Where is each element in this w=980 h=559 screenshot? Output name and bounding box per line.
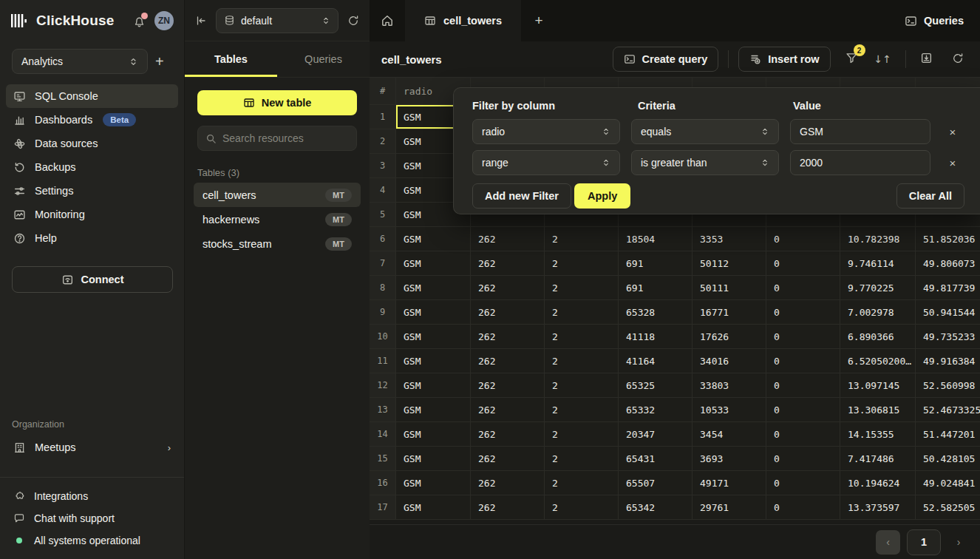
sidebar-item-help[interactable]: Help (6, 226, 178, 250)
filter-criteria-select[interactable]: is greater than (631, 150, 779, 175)
new-table-button[interactable]: New table (197, 90, 357, 115)
table-cell[interactable]: 691 (619, 276, 693, 300)
row-number[interactable]: 3 (370, 154, 396, 178)
table-cell[interactable]: 0 (766, 325, 840, 349)
tab-tables[interactable]: Tables (185, 41, 277, 77)
integrations-link[interactable]: Integrations (0, 485, 184, 507)
table-cell[interactable]: 0 (766, 276, 840, 300)
table-cell[interactable]: 49171 (693, 471, 766, 495)
row-number[interactable]: 5 (370, 203, 396, 227)
table-cell[interactable]: 52.4673325 (916, 398, 980, 422)
home-icon[interactable] (370, 14, 405, 27)
database-select[interactable]: default (216, 8, 338, 33)
table-cell[interactable]: GSM (396, 447, 471, 471)
table-cell[interactable]: 3454 (693, 422, 766, 447)
table-cell[interactable]: 17626 (693, 325, 766, 349)
table-cell[interactable]: GSM (396, 495, 471, 520)
table-cell[interactable]: 2 (545, 422, 619, 447)
table-cell[interactable]: 49.024841 (916, 471, 980, 495)
refresh-tables-icon[interactable] (347, 15, 359, 27)
table-cell[interactable]: 41164 (619, 349, 693, 373)
clear-all-filters-button[interactable]: Clear All (896, 183, 964, 209)
row-number[interactable]: 4 (370, 178, 396, 203)
table-cell[interactable]: 65507 (619, 471, 693, 495)
sidebar-item-monitoring[interactable]: Monitoring (6, 203, 178, 226)
add-workspace-button[interactable]: + (155, 54, 164, 69)
main-tab-cell-towers[interactable]: cell_towers (405, 0, 521, 41)
table-cell[interactable]: 262 (471, 447, 545, 471)
table-cell[interactable]: 33803 (693, 373, 766, 398)
table-cell[interactable]: 0 (766, 422, 840, 447)
remove-filter-button[interactable]: × (944, 154, 962, 172)
table-cell[interactable]: 262 (471, 325, 545, 349)
table-cell[interactable]: 262 (471, 227, 545, 251)
filter-column-select[interactable]: range (472, 150, 620, 175)
table-cell[interactable]: 2 (545, 398, 619, 422)
table-cell[interactable]: 65332 (619, 398, 693, 422)
collapse-panel-icon[interactable] (195, 15, 207, 27)
filter-button[interactable]: 2 (841, 47, 862, 71)
filter-criteria-select[interactable]: equals (631, 119, 779, 144)
table-cell[interactable]: GSM (396, 398, 471, 422)
table-cell[interactable]: 0 (766, 471, 840, 495)
table-cell[interactable]: 14.15355 (840, 422, 916, 447)
table-cell[interactable]: 49.817739 (916, 276, 980, 300)
table-list-item-stocks-stream[interactable]: stocks_stream MT (194, 231, 361, 256)
table-cell[interactable]: 49.806073 (916, 251, 980, 276)
table-cell[interactable]: 13.373597 (840, 495, 916, 520)
tab-queries[interactable]: Queries (277, 41, 370, 77)
table-cell[interactable]: 262 (471, 471, 545, 495)
row-number[interactable]: 14 (370, 422, 396, 447)
table-cell[interactable]: 9.746114 (840, 251, 916, 276)
table-cell[interactable]: 6.52050200… (840, 349, 916, 373)
row-number[interactable]: 15 (370, 447, 396, 471)
table-cell[interactable]: 262 (471, 373, 545, 398)
table-cell[interactable]: 34016 (693, 349, 766, 373)
table-cell[interactable]: 0 (766, 300, 840, 325)
queries-top-button[interactable]: Queries (905, 15, 964, 27)
avatar[interactable]: ZN (154, 11, 174, 30)
workspace-select[interactable]: Analytics (12, 49, 148, 74)
table-cell[interactable]: GSM (396, 300, 471, 325)
table-cell[interactable]: 50.941544 (916, 300, 980, 325)
table-cell[interactable]: GSM (396, 373, 471, 398)
table-cell[interactable]: 13.306815 (840, 398, 916, 422)
table-cell[interactable]: 6.890366 (840, 325, 916, 349)
filter-value-input[interactable] (790, 119, 930, 144)
row-number[interactable]: 16 (370, 471, 396, 495)
table-cell[interactable]: 65342 (619, 495, 693, 520)
create-query-button[interactable]: Create query (613, 47, 719, 72)
table-cell[interactable]: 52.560998 (916, 373, 980, 398)
table-cell[interactable]: 2 (545, 325, 619, 349)
table-cell[interactable]: GSM (396, 276, 471, 300)
sidebar-item-data-sources[interactable]: Data sources (6, 132, 178, 155)
table-cell[interactable]: 65328 (619, 300, 693, 325)
table-cell[interactable]: 49.916384 (916, 349, 980, 373)
row-number[interactable]: 11 (370, 349, 396, 373)
table-cell[interactable]: 41118 (619, 325, 693, 349)
row-number[interactable]: 2 (370, 129, 396, 154)
table-cell[interactable]: 0 (766, 251, 840, 276)
table-cell[interactable]: 10.194624 (840, 471, 916, 495)
table-cell[interactable]: GSM (396, 422, 471, 447)
table-cell[interactable]: 7.002978 (840, 300, 916, 325)
table-cell[interactable]: 0 (766, 495, 840, 520)
row-number[interactable]: 10 (370, 325, 396, 349)
table-cell[interactable]: 262 (471, 422, 545, 447)
table-cell[interactable]: 0 (766, 227, 840, 251)
table-cell[interactable]: GSM (396, 349, 471, 373)
download-button[interactable] (916, 47, 937, 71)
table-list-item-cell-towers[interactable]: cell_towers MT (194, 183, 361, 207)
row-number[interactable]: 8 (370, 276, 396, 300)
refresh-button[interactable] (947, 48, 968, 71)
notifications-bell-icon[interactable] (133, 15, 146, 27)
previous-page-button[interactable]: ‹ (876, 530, 900, 555)
table-cell[interactable]: 262 (471, 398, 545, 422)
table-cell[interactable]: 29761 (693, 495, 766, 520)
sidebar-item-settings[interactable]: Settings (6, 179, 178, 203)
insert-row-button[interactable]: Insert row (738, 47, 830, 72)
apply-filter-button[interactable]: Apply (574, 183, 630, 209)
table-cell[interactable]: 65431 (619, 447, 693, 471)
table-cell[interactable]: 2 (545, 447, 619, 471)
row-number[interactable]: 17 (370, 495, 396, 520)
